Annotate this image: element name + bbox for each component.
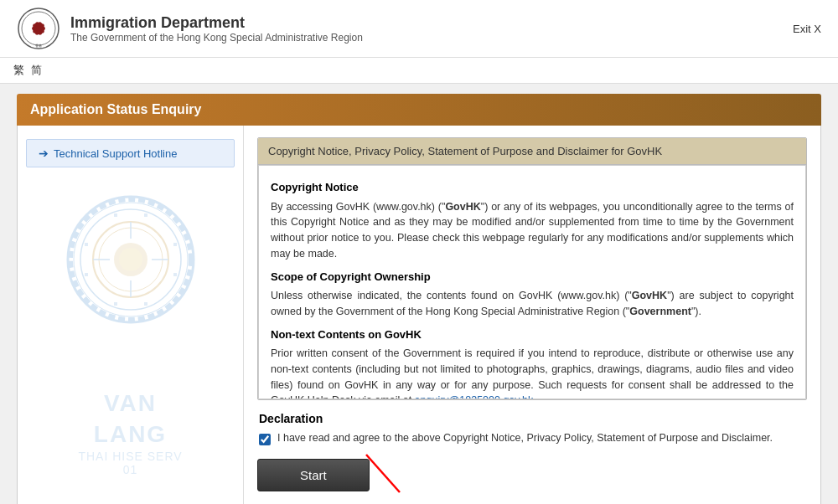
sidebar: ➔ Technical Support Hotline bbox=[18, 126, 244, 504]
notice-section-3-body: Prior written consent of the Government … bbox=[271, 346, 794, 399]
svg-rect-25 bbox=[85, 243, 88, 246]
watermark-line2: THAI HISE SERV 01 bbox=[74, 450, 187, 476]
notice-section-3-title: Non-text Contents on GovHK bbox=[271, 327, 794, 343]
header-text-block: Immigration Department The Government of… bbox=[70, 14, 363, 44]
svg-rect-22 bbox=[144, 213, 147, 217]
svg-text:香港: 香港 bbox=[35, 44, 42, 48]
notice-section-1-title: Copyright Notice bbox=[271, 179, 794, 196]
svg-rect-28 bbox=[173, 273, 177, 276]
red-arrow-indicator bbox=[358, 450, 425, 503]
svg-point-7 bbox=[36, 26, 41, 31]
lang-simplified[interactable]: 简 bbox=[31, 63, 42, 78]
notice-section-2-body: Unless otherwise indicated, the contents… bbox=[271, 288, 794, 320]
svg-rect-23 bbox=[114, 302, 117, 306]
svg-rect-27 bbox=[173, 243, 177, 246]
header: 香港 Immigration Department The Government… bbox=[0, 0, 838, 58]
sidebar-item-label: Technical Support Hotline bbox=[54, 147, 177, 160]
sidebar-emblem bbox=[18, 193, 243, 327]
svg-rect-24 bbox=[144, 302, 147, 306]
exit-button[interactable]: Exit X bbox=[793, 23, 821, 35]
lang-bar: 繁 简 bbox=[0, 58, 838, 84]
watermark-line1: VAN LANG bbox=[74, 388, 187, 450]
svg-rect-26 bbox=[85, 273, 88, 276]
lang-links: 繁 简 bbox=[13, 63, 42, 78]
notice-panel-header: Copyright Notice, Privacy Policy, Statem… bbox=[258, 138, 806, 165]
declaration-title: Declaration bbox=[259, 412, 805, 425]
agree-checkbox-label[interactable]: I have read and agree to the above Copyr… bbox=[277, 432, 773, 444]
svg-point-16 bbox=[119, 248, 142, 271]
main-container: Application Status Enquiry ➔ Technical S… bbox=[0, 84, 838, 504]
declaration-checkbox-row: I have read and agree to the above Copyr… bbox=[259, 432, 805, 445]
right-panel: Copyright Notice, Privacy Policy, Statem… bbox=[244, 126, 820, 504]
notice-section-1-body: By accessing GovHK (www.gov.hk) ("GovHK"… bbox=[271, 199, 794, 262]
notice-panel: Copyright Notice, Privacy Policy, Statem… bbox=[257, 137, 807, 400]
govhk-email-link[interactable]: enquiry@1835000.gov.hk bbox=[415, 394, 534, 399]
lang-traditional[interactable]: 繁 bbox=[13, 63, 24, 78]
header-title: Immigration Department bbox=[70, 14, 363, 32]
header-logo: 香港 Immigration Department The Government… bbox=[17, 7, 363, 50]
arrow-right-icon: ➔ bbox=[39, 147, 49, 160]
start-btn-area: Start bbox=[257, 459, 807, 491]
gov-emblem: 香港 bbox=[17, 7, 60, 50]
svg-line-29 bbox=[366, 455, 400, 492]
watermark: VAN LANG THAI HISE SERV 01 bbox=[74, 388, 187, 476]
content-area: ➔ Technical Support Hotline bbox=[17, 126, 821, 504]
notice-section-2-title: Scope of Copyright Ownership bbox=[271, 269, 794, 285]
header-subtitle: The Government of the Hong Kong Special … bbox=[70, 32, 363, 44]
notice-content[interactable]: Copyright Notice By accessing GovHK (www… bbox=[258, 165, 806, 399]
agree-checkbox[interactable] bbox=[259, 434, 271, 445]
sidebar-item-technical-support[interactable]: ➔ Technical Support Hotline bbox=[26, 139, 235, 167]
start-button[interactable]: Start bbox=[257, 459, 370, 491]
svg-marker-30 bbox=[391, 488, 408, 496]
svg-rect-21 bbox=[114, 213, 117, 217]
section-header: Application Status Enquiry bbox=[17, 94, 821, 126]
declaration-section: Declaration I have read and agree to the… bbox=[257, 412, 807, 445]
